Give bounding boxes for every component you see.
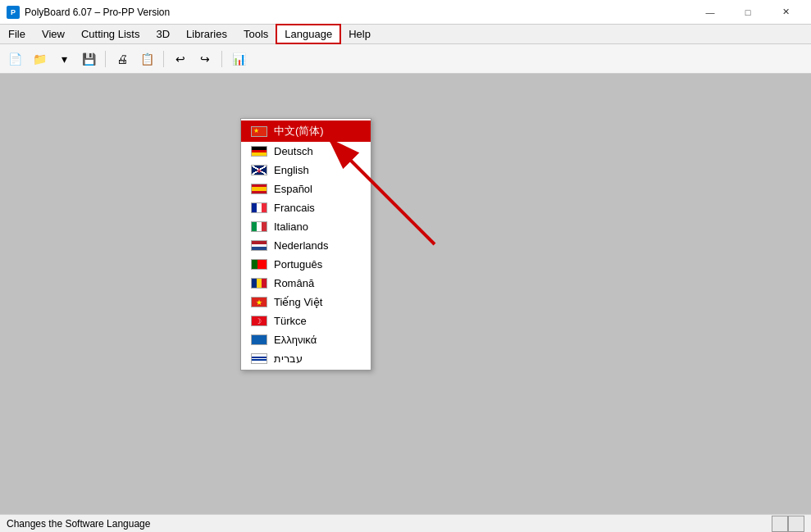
flag-tr [251, 316, 267, 326]
lang-label-vi: Tiếng Việt [274, 296, 322, 308]
minimize-button[interactable]: — [691, 0, 729, 25]
flag-he [251, 353, 267, 364]
flag-vi [251, 297, 267, 307]
lang-item-es[interactable]: Español [241, 180, 371, 198]
status-panel-1 [772, 516, 788, 532]
toolbar-print[interactable]: 🖨 [111, 48, 134, 70]
lang-label-el: Ελληνικά [274, 334, 317, 346]
menu-view[interactable]: View [34, 25, 73, 43]
lang-label-nl: Nederlands [274, 239, 329, 252]
toolbar-print2[interactable]: 📋 [135, 48, 158, 70]
flag-zh [251, 126, 267, 137]
lang-label-he: עברית [274, 352, 303, 365]
flag-de [251, 146, 267, 157]
lang-item-de[interactable]: Deutsch [241, 142, 371, 161]
flag-pt [251, 259, 267, 270]
maximize-button[interactable]: □ [729, 0, 767, 25]
lang-item-en[interactable]: English [241, 161, 371, 180]
toolbar-save[interactable]: 💾 [77, 48, 100, 70]
language-dropdown: 中文(简体)DeutschEnglishEspañolFrancaisItali… [240, 118, 371, 371]
toolbar-sep3 [221, 51, 222, 67]
menu-libraries[interactable]: Libraries [178, 25, 235, 43]
toolbar-open-dropdown[interactable]: ▾ [52, 48, 75, 70]
flag-ro [251, 278, 267, 289]
flag-es [251, 184, 267, 194]
lang-item-zh[interactable]: 中文(简体) [241, 120, 371, 142]
title-text: PolyBoard 6.07 – Pro-PP Version [25, 7, 170, 18]
title-bar: P PolyBoard 6.07 – Pro-PP Version — □ ✕ [0, 0, 811, 25]
flag-nl [251, 240, 267, 251]
status-text: Changes the Software Language [7, 518, 150, 530]
lang-item-ro[interactable]: Română [241, 274, 371, 293]
toolbar-new[interactable]: 📄 [3, 48, 26, 70]
status-panel-2 [788, 516, 804, 532]
toolbar: 📄 📁 ▾ 💾 🖨 📋 ↩ ↪ 📊 [0, 44, 811, 74]
lang-label-es: Español [274, 183, 312, 195]
lang-label-zh: 中文(简体) [274, 124, 324, 139]
toolbar-open[interactable]: 📁 [28, 48, 51, 70]
lang-item-tr[interactable]: Türkce [241, 311, 371, 330]
lang-label-fr: Francais [274, 202, 315, 214]
lang-label-it: Italiano [274, 221, 308, 233]
lang-item-it[interactable]: Italiano [241, 217, 371, 236]
menu-3d[interactable]: 3D [148, 25, 178, 43]
menu-help[interactable]: Help [340, 25, 379, 43]
toolbar-redo[interactable]: ↪ [194, 48, 216, 70]
lang-label-en: English [274, 164, 309, 176]
toolbar-sep2 [163, 51, 164, 67]
main-content: 中文(简体)DeutschEnglishEspañolFrancaisItali… [0, 74, 811, 514]
lang-label-pt: Português [274, 258, 322, 271]
window-controls: — □ ✕ [691, 0, 804, 25]
close-button[interactable]: ✕ [767, 0, 804, 25]
lang-item-he[interactable]: עברית [241, 349, 371, 368]
title-bar-left: P PolyBoard 6.07 – Pro-PP Version [7, 6, 170, 19]
lang-label-de: Deutsch [274, 145, 313, 157]
toolbar-sep1 [105, 51, 106, 67]
flag-fr [251, 202, 267, 213]
toolbar-undo[interactable]: ↩ [169, 48, 192, 70]
lang-label-tr: Türkce [274, 315, 307, 327]
flag-it [251, 221, 267, 232]
flag-el [251, 334, 267, 345]
flag-en [251, 165, 267, 175]
menu-file[interactable]: File [0, 25, 34, 43]
lang-item-pt[interactable]: Português [241, 255, 371, 274]
status-bar-right [772, 516, 804, 532]
menu-bar: File View Cutting Lists 3D Libraries Too… [0, 25, 811, 44]
lang-item-el[interactable]: Ελληνικά [241, 330, 371, 349]
lang-item-vi[interactable]: Tiếng Việt [241, 293, 371, 311]
menu-language[interactable]: Language [276, 25, 340, 43]
lang-label-ro: Română [274, 277, 314, 289]
lang-item-nl[interactable]: Nederlands [241, 236, 371, 255]
menu-cutting-lists[interactable]: Cutting Lists [73, 25, 148, 43]
status-bar: Changes the Software Language [0, 514, 811, 532]
app-icon: P [7, 6, 20, 19]
menu-tools[interactable]: Tools [235, 25, 276, 43]
toolbar-extra[interactable]: 📊 [227, 48, 250, 70]
lang-item-fr[interactable]: Francais [241, 198, 371, 217]
